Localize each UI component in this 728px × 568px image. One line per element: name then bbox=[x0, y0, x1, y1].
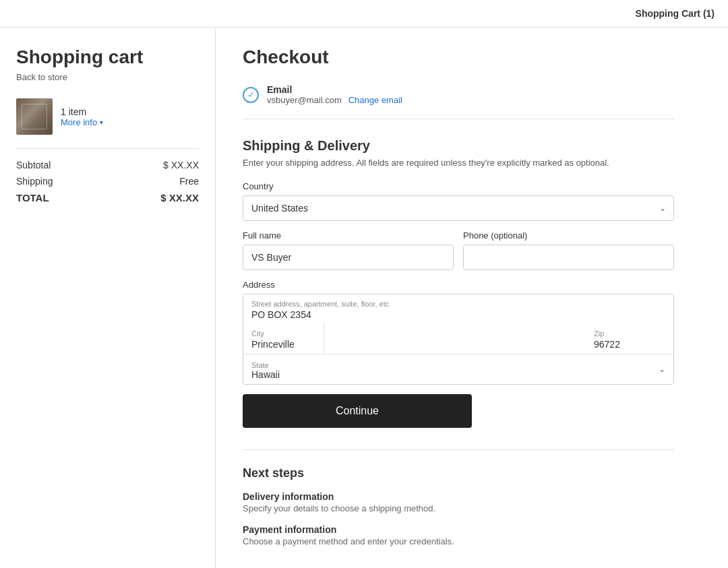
subtotal-label: Subtotal bbox=[16, 160, 51, 170]
cart-item: 1 item More info ▾ bbox=[16, 98, 199, 135]
next-steps-section: Next steps Delivery information Specify … bbox=[243, 449, 674, 546]
fullname-label: Full name bbox=[243, 230, 454, 241]
delivery-info-name: Delivery information bbox=[243, 491, 674, 502]
payment-info-desc: Choose a payment method and enter your c… bbox=[243, 536, 674, 546]
total-row: TOTAL $ XX.XX bbox=[16, 192, 199, 203]
fullname-input[interactable] bbox=[243, 245, 454, 270]
phone-label: Phone (optional) bbox=[463, 230, 674, 241]
back-to-store-link[interactable]: Back to store bbox=[16, 72, 199, 82]
zip-wrapper: Zip bbox=[586, 324, 673, 354]
street-address-wrapper: Street address, apartment, suite, floor,… bbox=[243, 294, 673, 324]
cart-item-thumbnail bbox=[16, 98, 53, 135]
sidebar-title: Shopping cart bbox=[16, 46, 199, 68]
shipping-section: Shipping & Delivery Enter your shipping … bbox=[243, 138, 674, 546]
street-address-input[interactable] bbox=[243, 294, 673, 324]
next-step-delivery: Delivery information Specify your detail… bbox=[243, 491, 674, 513]
more-info-label: More info bbox=[61, 117, 97, 127]
total-value: $ XX.XX bbox=[160, 192, 199, 203]
city-input[interactable] bbox=[243, 324, 324, 354]
shipping-row: Shipping Free bbox=[16, 176, 199, 187]
shipping-desc: Enter your shipping address. All fields … bbox=[243, 158, 674, 168]
continue-button[interactable]: Continue bbox=[243, 394, 472, 428]
country-field: Country United States Canada United King… bbox=[243, 181, 674, 221]
subtotal-row: Subtotal $ XX.XX bbox=[16, 160, 199, 170]
subtotal-value: $ XX.XX bbox=[163, 160, 199, 170]
chevron-down-icon: ▾ bbox=[100, 119, 103, 126]
delivery-info-desc: Specify your details to choose a shippin… bbox=[243, 503, 674, 513]
email-label: Email bbox=[267, 84, 402, 95]
address-label: Address bbox=[243, 280, 674, 290]
shipping-title: Shipping & Delivery bbox=[243, 138, 674, 154]
zip-input[interactable] bbox=[586, 324, 667, 354]
next-steps-title: Next steps bbox=[243, 466, 674, 480]
email-section: ✓ Email vsbuyer@mail.com Change email bbox=[243, 84, 674, 119]
country-label: Country bbox=[243, 181, 674, 191]
address-input-group: Street address, apartment, suite, floor,… bbox=[243, 294, 674, 385]
top-bar: Shopping Cart (1) bbox=[0, 0, 728, 28]
email-address: vsbuyer@mail.com bbox=[267, 95, 342, 105]
address-field: Address Street address, apartment, suite… bbox=[243, 280, 674, 385]
item-count: 1 item bbox=[61, 106, 103, 117]
city-wrapper: City bbox=[243, 324, 586, 354]
phone-field: Phone (optional) bbox=[463, 230, 674, 270]
more-info-link[interactable]: More info ▾ bbox=[61, 117, 103, 127]
state-row: State Hawaii Alabama Alaska California N… bbox=[243, 354, 673, 384]
country-select[interactable]: United States Canada United Kingdom bbox=[243, 195, 674, 221]
email-check-icon: ✓ bbox=[243, 87, 259, 103]
total-label: TOTAL bbox=[16, 192, 49, 203]
shipping-label: Shipping bbox=[16, 176, 53, 187]
email-text-group: Email vsbuyer@mail.com Change email bbox=[267, 84, 402, 105]
main-layout: Shopping cart Back to store 1 item More … bbox=[0, 28, 728, 568]
sidebar: Shopping cart Back to store 1 item More … bbox=[0, 28, 216, 568]
state-select[interactable]: Hawaii Alabama Alaska California New Yor… bbox=[243, 354, 673, 384]
shipping-value: Free bbox=[179, 176, 199, 187]
country-select-wrapper: United States Canada United Kingdom ⌄ bbox=[243, 195, 674, 221]
change-email-link[interactable]: Change email bbox=[348, 95, 402, 105]
payment-info-name: Payment information bbox=[243, 524, 674, 535]
phone-input[interactable] bbox=[463, 245, 674, 270]
checkout-title: Checkout bbox=[243, 46, 674, 68]
email-address-row: vsbuyer@mail.com Change email bbox=[267, 95, 402, 105]
divider bbox=[16, 148, 199, 149]
fullname-field: Full name bbox=[243, 230, 454, 270]
city-zip-row: City Zip bbox=[243, 324, 673, 354]
cart-label: Shopping Cart (1) bbox=[636, 8, 715, 19]
name-phone-row: Full name Phone (optional) bbox=[243, 230, 674, 270]
cart-item-info: 1 item More info ▾ bbox=[61, 106, 103, 127]
main-content: Checkout ✓ Email vsbuyer@mail.com Change… bbox=[216, 28, 701, 568]
next-step-payment: Payment information Choose a payment met… bbox=[243, 524, 674, 546]
